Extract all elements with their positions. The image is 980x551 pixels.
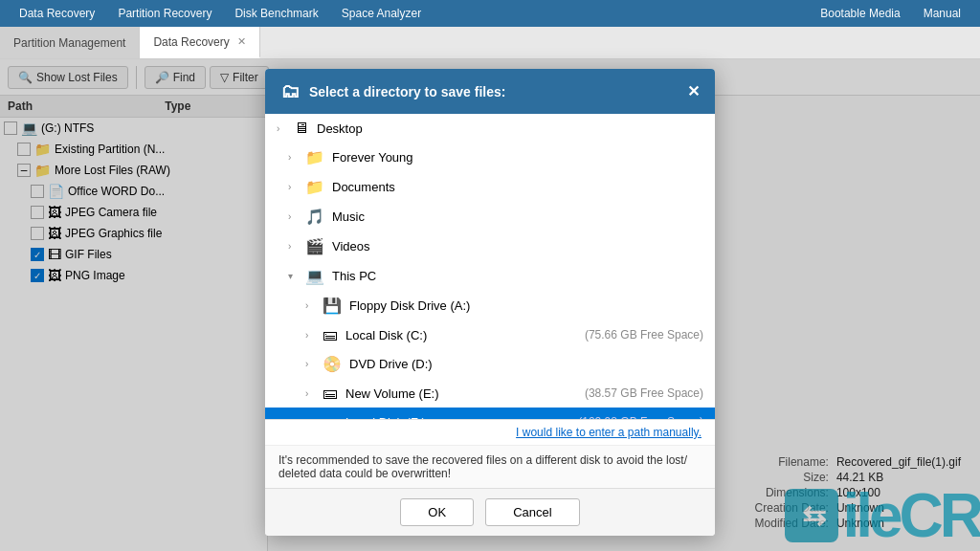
dir-label: Local Disk (C:)	[345, 328, 585, 342]
dialog-close-button[interactable]: ✕	[687, 82, 700, 100]
dir-label: Desktop	[317, 121, 703, 136]
dir-icon: 🎵	[305, 208, 324, 226]
dir-label: Forever Young	[332, 150, 703, 165]
dir-list-item[interactable]: ›📀DVD Drive (D:)	[265, 349, 715, 379]
dir-icon: 🎬	[305, 237, 324, 255]
dialog-footer: OK Cancel	[265, 488, 715, 536]
dialog-overlay: 🗂 Select a directory to save files: ✕ ›🖥…	[0, 59, 980, 551]
tab-partition-management-label: Partition Management	[13, 36, 125, 50]
dir-list-item[interactable]: ›🎵Music	[265, 202, 715, 231]
ok-button[interactable]: OK	[400, 498, 474, 526]
tab-partition-management[interactable]: Partition Management	[0, 27, 140, 58]
chevron-icon: ›	[288, 152, 301, 163]
tab-data-recovery-label: Data Recovery	[153, 35, 229, 49]
dir-list-item[interactable]: ›🖴Local Disk (C:)(75.66 GB Free Space)	[265, 320, 715, 349]
menu-partition-recovery[interactable]: Partition Recovery	[106, 3, 223, 24]
dir-list-item[interactable]: ›📁Documents	[265, 172, 715, 202]
dir-list-item[interactable]: ›💾Floppy Disk Drive (A:)	[265, 291, 715, 320]
tab-close-icon[interactable]: ✕	[237, 35, 246, 48]
dialog-warning: It's recommended to save the recovered f…	[265, 445, 715, 488]
dir-list-item[interactable]: ›🎬Videos	[265, 231, 715, 261]
dir-icon: 💾	[323, 297, 342, 315]
menu-bootable-media[interactable]: Bootable Media	[809, 3, 911, 24]
dir-icon: 🖴	[323, 385, 338, 402]
dir-list-item[interactable]: ›🖥Desktop	[265, 114, 715, 143]
chevron-icon: ▾	[288, 271, 301, 281]
chevron-icon: ›	[288, 182, 301, 192]
dialog-header: 🗂 Select a directory to save files: ✕	[265, 69, 715, 114]
dir-list-item[interactable]: ▾💻This PC	[265, 261, 715, 291]
save-directory-dialog: 🗂 Select a directory to save files: ✕ ›🖥…	[265, 69, 715, 536]
dialog-body: ›🖥Desktop›📁Forever Young›📁Documents›🎵Mus…	[265, 114, 715, 488]
dir-list-item[interactable]: ›🖴Local Disk (F:)(102.98 GB Free Space)	[265, 408, 715, 420]
dir-label: Documents	[332, 180, 703, 194]
dir-icon: 📀	[323, 355, 342, 373]
dir-list-item[interactable]: ›📁Forever Young	[265, 143, 715, 172]
menu-manual[interactable]: Manual	[912, 3, 972, 24]
cancel-button[interactable]: Cancel	[485, 498, 579, 526]
chevron-icon: ›	[288, 211, 301, 222]
dir-label: New Volume (E:)	[345, 386, 585, 401]
dir-list-item[interactable]: ›🖴New Volume (E:)(38.57 GB Free Space)	[265, 379, 715, 408]
dir-icon: 💻	[305, 267, 324, 285]
dir-label: Floppy Disk Drive (A:)	[349, 298, 703, 313]
dir-space: (75.66 GB Free Space)	[585, 328, 703, 342]
dir-label: Videos	[332, 239, 703, 253]
menu-bar: Data Recovery Partition Recovery Disk Be…	[0, 0, 980, 27]
tab-data-recovery[interactable]: Data Recovery ✕	[140, 27, 259, 58]
menu-disk-benchmark[interactable]: Disk Benchmark	[223, 3, 329, 24]
menu-data-recovery[interactable]: Data Recovery	[8, 3, 106, 24]
chevron-icon: ›	[305, 300, 319, 311]
dir-label: This PC	[332, 269, 703, 283]
chevron-icon: ›	[305, 359, 319, 369]
dialog-title: Select a directory to save files:	[309, 84, 687, 99]
dir-label: Music	[332, 209, 703, 224]
chevron-icon: ›	[277, 123, 290, 134]
dir-icon: 📁	[305, 148, 324, 166]
dir-icon: 📁	[305, 178, 324, 196]
manual-path-link[interactable]: I would like to enter a path manually.	[265, 420, 715, 445]
tab-bar: Partition Management Data Recovery ✕	[0, 27, 980, 59]
dir-icon: 🖴	[323, 413, 338, 420]
chevron-icon: ›	[305, 330, 319, 341]
dir-label: DVD Drive (D:)	[349, 357, 703, 371]
directory-list: ›🖥Desktop›📁Forever Young›📁Documents›🎵Mus…	[265, 114, 715, 420]
dir-icon: 🖴	[323, 326, 338, 343]
chevron-icon: ›	[305, 388, 319, 399]
dir-icon: 🖥	[294, 120, 309, 137]
dir-space: (38.57 GB Free Space)	[585, 386, 703, 400]
menu-space-analyzer[interactable]: Space Analyzer	[330, 3, 433, 24]
chevron-icon: ›	[288, 241, 301, 252]
dialog-header-icon: 🗂	[280, 80, 300, 102]
